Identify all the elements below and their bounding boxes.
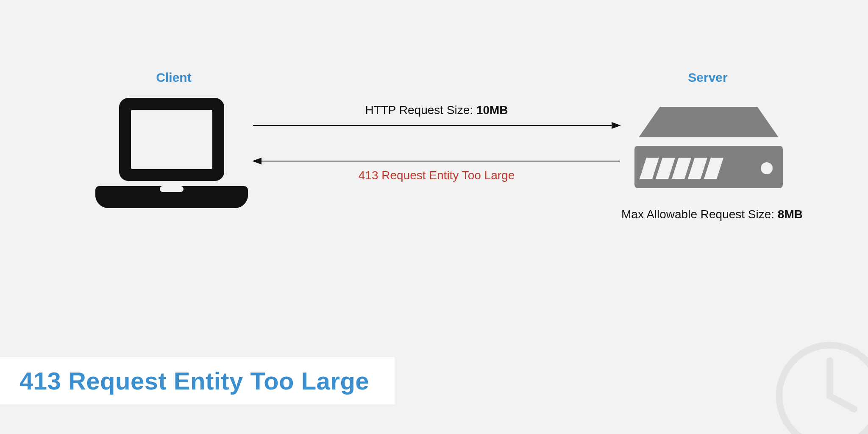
request-label-prefix: HTTP Request Size: xyxy=(365,103,476,117)
arrow-left-icon xyxy=(252,157,621,165)
svg-point-15 xyxy=(779,345,868,434)
server-max-size: 8MB xyxy=(778,208,803,221)
svg-marker-12 xyxy=(612,122,621,129)
request-label: HTTP Request Size: 10MB xyxy=(252,103,621,117)
server-icon xyxy=(634,107,783,194)
request-arrow-row: HTTP Request Size: 10MB xyxy=(252,103,621,130)
watermark-icon xyxy=(775,341,868,434)
server-label: Server xyxy=(665,70,750,85)
server-caption: Max Allowable Request Size: 8MB xyxy=(606,208,818,221)
server-caption-prefix: Max Allowable Request Size: xyxy=(621,208,778,221)
title-bar: 413 Request Entity Too Large xyxy=(0,357,395,404)
svg-marker-3 xyxy=(639,107,779,137)
svg-rect-1 xyxy=(131,110,212,169)
response-arrow-row: 413 Request Entity Too Large xyxy=(252,157,621,182)
svg-marker-14 xyxy=(252,158,262,164)
svg-rect-2 xyxy=(160,186,184,192)
request-size: 10MB xyxy=(476,103,508,117)
response-label: 413 Request Entity Too Large xyxy=(252,169,621,182)
client-label: Client xyxy=(131,70,216,85)
svg-point-10 xyxy=(761,162,773,174)
page-title: 413 Request Entity Too Large xyxy=(19,367,369,395)
arrow-right-icon xyxy=(252,121,621,130)
laptop-icon xyxy=(95,95,248,214)
